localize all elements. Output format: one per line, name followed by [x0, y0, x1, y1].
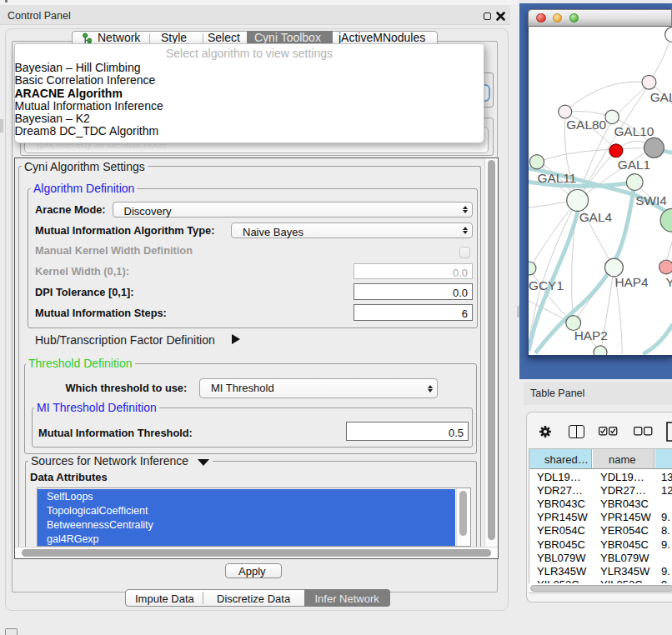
- svg-text:Y: Y: [666, 275, 672, 289]
- svg-text:GAL11: GAL11: [537, 171, 576, 185]
- svg-text:GAL10: GAL10: [614, 124, 654, 138]
- svg-text:GAL80: GAL80: [566, 118, 606, 132]
- svg-text:HAP2: HAP2: [574, 328, 608, 342]
- svg-text:GAL4: GAL4: [579, 210, 613, 224]
- svg-text:GAL7: GAL7: [650, 90, 672, 104]
- svg-text:HAP4: HAP4: [614, 275, 649, 289]
- svg-text:GAL1: GAL1: [618, 158, 650, 172]
- svg-text:GCY1: GCY1: [529, 278, 564, 292]
- svg-text:SWI4: SWI4: [635, 193, 667, 208]
